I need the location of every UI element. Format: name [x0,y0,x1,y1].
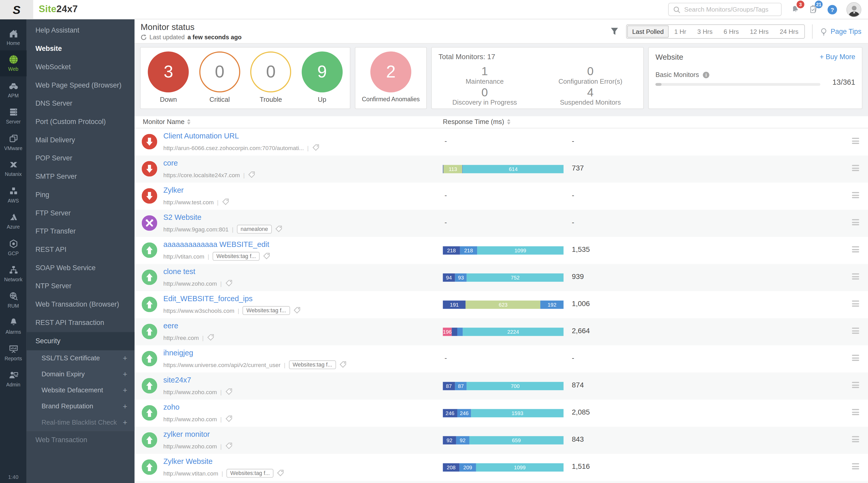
status-down-icon[interactable] [142,188,157,204]
row-menu-icon[interactable] [852,165,859,172]
status-up-icon[interactable] [142,297,157,312]
monitor-name-link[interactable]: zoho [163,403,180,411]
status-down-icon[interactable] [142,134,157,150]
total-stat-configuration-error-s[interactable]: 0Configuration Error(s) [537,64,643,85]
sidebar-item-ntp-server[interactable]: NTP Server [27,278,134,296]
sidebar-item-ftp-transfer[interactable]: FTP Transfer [27,222,134,241]
tag-icon[interactable] [312,144,319,151]
table-row[interactable]: Zylkerhttp://www.test.com|-- [134,183,868,210]
row-menu-icon[interactable] [852,247,859,254]
sidebar-item-help-assistant[interactable]: Help Assistant [27,22,134,40]
rail-item-vmware[interactable]: VMware [0,129,27,155]
tag-icon[interactable] [263,252,271,260]
time-filter-3-hrs[interactable]: 3 Hrs [692,26,718,38]
status-up-icon[interactable] [142,243,157,258]
sidebar-subitem-real-time-blacklist-check[interactable]: Real-time Blacklist Check+ [27,415,134,430]
rail-item-gcp[interactable]: GCP [0,234,27,260]
status-up-icon[interactable] [142,459,157,475]
row-menu-icon[interactable] [852,301,859,308]
response-time-bar[interactable]: 9292659 [443,436,563,445]
monitor-name-link[interactable]: Edit_WEBSITE_forced_ips [163,294,253,303]
row-menu-icon[interactable] [852,138,859,146]
expand-plus-icon[interactable]: + [123,415,127,430]
sidebar-item-web-page-speed-browser[interactable]: Web Page Speed (Browser) [27,76,134,95]
table-row[interactable]: Edit_WEBSITE_forced_ipshttps://www.w3sch… [134,291,868,318]
response-time-bar[interactable]: 113614 [443,165,563,173]
row-menu-icon[interactable] [852,273,859,281]
monitor-name-link[interactable]: clone test [163,267,195,276]
sidebar-item-website[interactable]: Website [27,40,134,58]
page-tips-button[interactable]: Page Tips [820,27,861,36]
monitor-name-link[interactable]: aaaaaaaaaaaaa WEBSITE_edit [163,240,269,249]
row-menu-icon[interactable] [852,382,859,389]
status-down-icon[interactable] [142,161,157,177]
expand-plus-icon[interactable]: + [123,366,127,383]
status-maintenance-icon[interactable] [142,216,157,231]
sidebar-item-ftp-server[interactable]: FTP Server [27,204,134,223]
rail-item-home[interactable]: Home [0,24,27,50]
buy-more-link[interactable]: + Buy More [820,53,855,61]
status-up-icon[interactable] [142,432,157,448]
sidebar-item-security[interactable]: Security [27,332,134,351]
notifications-button[interactable]: 3 [790,4,800,14]
response-time-bar[interactable]: 9493752 [443,273,563,282]
table-row[interactable]: aaaaaaaaaaaaa WEBSITE_edithttp://vtitan.… [134,237,868,264]
response-time-bar[interactable]: 8787700 [443,382,563,390]
monitor-name-link[interactable]: site24x7 [163,376,191,384]
status-up-icon[interactable] [142,351,157,366]
sidebar-item-rest-api-transaction[interactable]: REST API Transaction [27,314,134,332]
help-button[interactable]: ? [827,4,838,15]
row-menu-icon[interactable] [852,355,859,362]
response-time-bar[interactable]: 191623192 [443,301,563,309]
sidebar-item-dns-server[interactable]: DNS Server [27,95,134,113]
time-filter-24-hrs[interactable]: 24 Hrs [774,26,804,38]
row-menu-icon[interactable] [852,409,859,417]
tag-chip[interactable]: Websites:tag f... [289,360,336,369]
tag-icon[interactable] [207,334,214,341]
row-menu-icon[interactable] [852,436,859,444]
sidebar-item-web-transaction[interactable]: Web Transaction [27,430,134,449]
table-row[interactable]: site24x7http://www.zoho.com|8787700874 [134,373,868,399]
rail-item-alarms[interactable]: Alarms [0,313,27,340]
rail-item-web[interactable]: Web [0,50,27,76]
column-response-time[interactable]: Response Time (ms) [443,118,510,126]
filter-icon[interactable] [610,27,619,37]
status-up[interactable]: 9Up [298,52,346,108]
sidebar-item-pop-server[interactable]: POP Server [27,150,134,168]
tag-chip[interactable]: Websites:tag f... [226,469,274,477]
monitor-name-link[interactable]: eere [163,322,178,330]
status-up-icon[interactable] [142,378,157,394]
response-time-bar[interactable]: 2082091099 [443,463,563,472]
table-row[interactable]: zylker monitorhttp://www.zoho.com|929265… [134,427,868,454]
row-menu-icon[interactable] [852,463,859,471]
expand-plus-icon[interactable]: + [123,350,127,366]
refresh-icon[interactable] [141,34,147,40]
status-trouble[interactable]: 0Trouble [246,52,295,108]
tag-icon[interactable] [248,171,255,178]
monitor-name-link[interactable]: core [163,159,178,167]
tag-icon[interactable] [277,469,284,477]
tasks-button[interactable]: 21 [809,4,818,14]
table-row[interactable]: Zylker Websitehttp://www.vtitan.com|Webs… [134,454,868,481]
sidebar-subitem-domain-expiry[interactable]: Domain Expiry+ [27,366,134,383]
rail-item-apm[interactable]: APM [0,76,27,103]
tag-chip[interactable]: namealone [237,224,272,233]
rail-item-nutanix[interactable]: Nutanix [0,155,27,182]
rail-item-aws[interactable]: AWS [0,182,27,208]
tag-icon[interactable] [222,198,229,205]
info-icon[interactable]: i [703,71,710,78]
tag-icon[interactable] [225,415,232,422]
sidebar-item-smtp-server[interactable]: SMTP Server [27,168,134,186]
sidebar-subitem-website-defacement[interactable]: Website Defacement+ [27,383,134,398]
search-input[interactable] [683,5,777,13]
confirmed-anomalies-card[interactable]: 2 Confirmed Anomalies [355,47,427,109]
table-row[interactable]: ihneigjeghttps://www.universe.com/api/v2… [134,345,868,373]
site24x7-logo[interactable]: S [0,0,33,19]
tag-icon[interactable] [225,388,232,395]
total-stat-maintenance[interactable]: 1Maintenance [432,64,537,85]
rail-item-server[interactable]: Server [0,103,27,129]
sidebar-item-port-custom-protocol[interactable]: Port (Custom Protocol) [27,113,134,131]
status-down[interactable]: 3Down [144,52,193,108]
rail-item-azure[interactable]: Azure [0,208,27,234]
sidebar-item-web-transaction-browser[interactable]: Web Transaction (Browser) [27,295,134,314]
